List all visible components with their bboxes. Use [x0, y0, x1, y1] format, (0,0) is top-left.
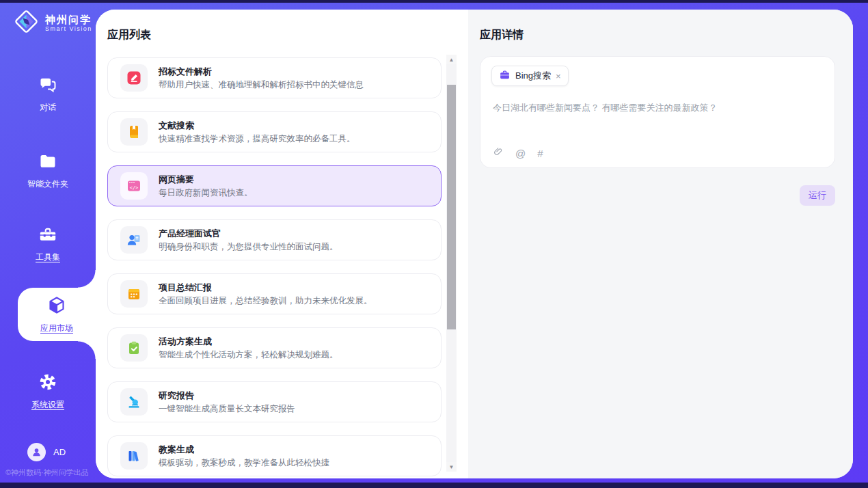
scrollbar-up-arrow-icon[interactable]: ▲ — [446, 55, 457, 64]
toolbox-icon — [38, 225, 57, 247]
app-card-desc: 明确身份和职责，为您提供专业性的面试问题。 — [159, 242, 338, 252]
app-card-desc: 一键智能生成高质量长文本研究报告 — [159, 404, 295, 414]
app-card-title: 文献搜索 — [159, 120, 355, 131]
edit-doc-icon — [120, 64, 148, 92]
app-card-desc: 全面回顾项目进展，总结经验教训，助力未来优化发展。 — [159, 296, 372, 306]
briefcase-icon — [499, 69, 511, 83]
user-account[interactable]: AD — [27, 443, 66, 461]
folder-icon — [38, 152, 57, 174]
sidebar-item-label: 应用市场 — [40, 323, 73, 334]
mention-icon[interactable]: @ — [515, 148, 526, 159]
app-card-bid-analysis[interactable]: 招标文件解析 帮助用户快速、准确地理解和解析招标书中的关键信息 — [107, 57, 442, 98]
app-detail-title: 应用详情 — [480, 28, 524, 42]
app-card-title: 教案生成 — [159, 444, 329, 455]
user-name: AD — [53, 447, 66, 457]
app-card-title: 活动方案生成 — [159, 336, 338, 347]
app-list-scrollbar[interactable]: ▲ ▼ — [446, 55, 457, 472]
app-card-event-plan[interactable]: 活动方案生成 智能生成个性化活动方案，轻松解决规划难题。 — [107, 327, 442, 368]
app-card-research-report[interactable]: 研究报告 一键智能生成高质量长文本研究报告 — [107, 381, 442, 422]
app-card-pm-interviewer[interactable]: 产品经理面试官 明确身份和职责，为您提供专业性的面试问题。 — [107, 219, 442, 260]
cube-icon — [46, 295, 67, 318]
brand-name: 神州问学 — [45, 14, 92, 25]
app-card-list: 招标文件解析 帮助用户快速、准确地理解和解析招标书中的关键信息 文献搜索 — [107, 57, 442, 476]
tool-tag-label: Bing搜索 — [515, 70, 551, 82]
app-list-title: 应用列表 — [107, 28, 151, 42]
brand-diamond-icon — [14, 9, 39, 37]
tool-tag-bing-search[interactable]: Bing搜索 × — [491, 66, 569, 86]
app-card-lesson-plan[interactable]: 教案生成 模板驱动，教案秒成，教学准备从此轻松快捷 — [107, 435, 442, 476]
brand-logo: 神州问学 Smart Vision — [14, 9, 92, 37]
app-card-title: 网页摘要 — [159, 174, 253, 185]
calendar-icon — [120, 280, 148, 308]
content-panel: 应用列表 招标文件解析 帮助用户快速、准确地理解和解析招标书中的关键信息 — [96, 10, 853, 478]
sidebar-item-label: 系统设置 — [31, 399, 64, 411]
sidebar-item-smart-folder[interactable]: 智能文件夹 — [0, 152, 96, 190]
close-icon[interactable]: × — [556, 72, 561, 81]
webpage-icon: </> — [120, 172, 148, 200]
prompt-card: Bing搜索 × 今日湖北有哪些新闻要点？ 有哪些需要关注的最新政策？ @ # — [480, 56, 835, 168]
brand-tagline: Smart Vision — [45, 25, 92, 32]
paperclip-icon[interactable] — [493, 146, 504, 160]
scrollbar-track[interactable] — [446, 64, 457, 462]
app-card-desc: 智能生成个性化活动方案，轻松解决规划难题。 — [159, 350, 338, 360]
gear-icon — [38, 372, 57, 394]
prompt-input[interactable]: 今日湖北有哪些新闻要点？ 有哪些需要关注的最新政策？ — [493, 102, 821, 114]
avatar — [27, 443, 46, 461]
app-card-desc: 快速精准查找学术资源，提高研究效率的必备工具。 — [159, 134, 355, 144]
books-icon — [120, 442, 148, 470]
run-button[interactable]: 运行 — [800, 185, 835, 206]
chat-icon — [38, 75, 57, 97]
app-window: 神州问学 Smart Vision 对话 智能文件夹 — [0, 0, 868, 488]
copyright-note: ©神州数码·神州问学出品 — [5, 467, 89, 478]
app-card-desc: 每日政府新闻资讯快查。 — [159, 188, 253, 198]
sidebar-item-chat[interactable]: 对话 — [0, 75, 96, 113]
sidebar-item-toolset[interactable]: 工具集 — [0, 225, 96, 263]
svg-text:</>: </> — [130, 185, 139, 191]
sidebar-item-label: 对话 — [40, 102, 56, 113]
app-card-title: 项目总结汇报 — [159, 282, 372, 293]
sidebar-item-label: 工具集 — [36, 252, 60, 263]
app-card-desc: 帮助用户快速、准确地理解和解析招标书中的关键信息 — [159, 80, 364, 90]
app-card-web-summary[interactable]: </> 网页摘要 每日政府新闻资讯快查。 — [107, 165, 442, 206]
app-card-project-summary[interactable]: 项目总结汇报 全面回顾项目进展，总结经验教训，助力未来优化发展。 — [107, 273, 442, 314]
app-card-title: 研究报告 — [159, 390, 295, 401]
scrollbar-thumb[interactable] — [447, 85, 456, 329]
app-card-title: 招标文件解析 — [159, 66, 364, 77]
interviewer-icon — [120, 226, 148, 254]
sidebar-item-settings[interactable]: 系统设置 — [0, 372, 96, 411]
app-card-title: 产品经理面试官 — [159, 228, 338, 239]
app-detail-pane: 应用详情 Bing搜索 × 今日湖北有哪些新闻要点？ 有哪些需要关注的最新政策？ — [468, 10, 853, 478]
hash-icon[interactable]: # — [537, 148, 543, 159]
app-card-desc: 模板驱动，教案秒成，教学准备从此轻松快捷 — [159, 458, 329, 468]
sidebar-item-app-market[interactable]: 应用市场 — [18, 288, 96, 341]
attachment-toolbar: @ # — [493, 146, 543, 160]
sidebar-item-label: 智能文件夹 — [27, 178, 68, 190]
research-icon — [120, 388, 148, 416]
app-card-literature-search[interactable]: 文献搜索 快速精准查找学术资源，提高研究效率的必备工具。 — [107, 111, 442, 152]
app-list-pane: 应用列表 招标文件解析 帮助用户快速、准确地理解和解析招标书中的关键信息 — [96, 10, 468, 478]
scrollbar-down-arrow-icon[interactable]: ▼ — [446, 462, 457, 472]
clipboard-check-icon — [120, 334, 148, 362]
book-icon — [120, 118, 148, 146]
